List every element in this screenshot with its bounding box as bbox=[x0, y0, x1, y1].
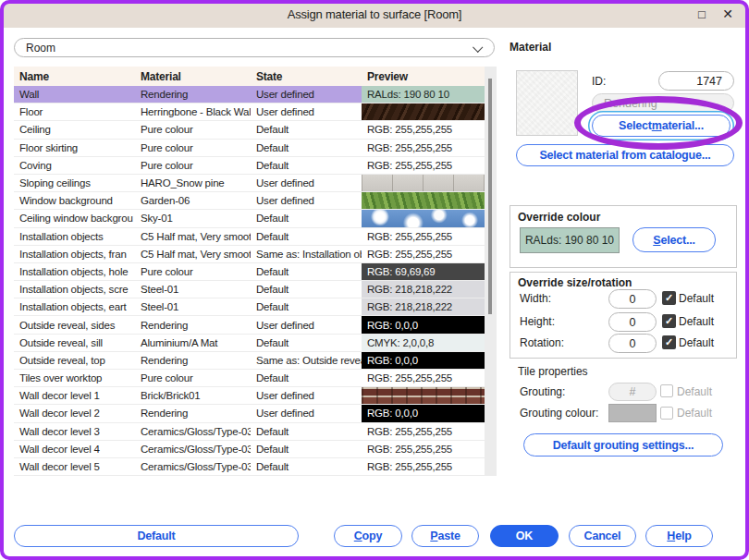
table-row[interactable]: Outside reveal, top Rendering Same as: O… bbox=[14, 352, 497, 370]
table-row[interactable]: Floor skirting Pure colour Default RGB: … bbox=[14, 140, 497, 157]
table-row[interactable]: Wall decor level 3 Ceramics/Gloss/Type-0… bbox=[14, 423, 497, 441]
row-preview: RALds: 190 80 10 bbox=[362, 86, 485, 103]
id-label: ID: bbox=[592, 75, 606, 88]
select-material-from-catalogue-button[interactable]: Select material from catalogue... bbox=[516, 144, 734, 166]
table-row[interactable]: Ceiling Pure colour Default RGB: 255,255… bbox=[14, 121, 497, 139]
table-row[interactable]: Installation objects, scre Steel-01 Defa… bbox=[14, 281, 497, 298]
row-state: Default bbox=[251, 441, 362, 457]
table-row[interactable]: Floor Herringbone - Black Wal User defin… bbox=[14, 103, 497, 121]
row-name: Wall bbox=[14, 86, 135, 103]
grouting-colour-default-checkbox[interactable] bbox=[660, 407, 673, 420]
row-material: C5 Half mat, Very smoot bbox=[135, 228, 251, 245]
height-field[interactable]: 0 bbox=[608, 312, 657, 332]
row-state: Default bbox=[251, 423, 362, 440]
row-state: Default bbox=[251, 370, 362, 386]
paste-button[interactable]: Paste bbox=[411, 525, 479, 547]
height-default-checkbox[interactable]: ✓ bbox=[662, 314, 676, 328]
material-preview-thumbnail bbox=[516, 70, 578, 136]
row-material: Pure colour bbox=[135, 121, 251, 138]
row-name: Installation objects, hole bbox=[14, 263, 135, 280]
table-row[interactable]: Wall decor level 1 Brick/Brick01 User de… bbox=[14, 387, 497, 405]
column-header-material[interactable]: Material bbox=[135, 70, 251, 83]
row-state: Same as: Outside reveal, bbox=[251, 352, 362, 369]
row-material: Rendering bbox=[135, 316, 251, 333]
help-button[interactable]: Help bbox=[645, 525, 713, 547]
grouting-field: # bbox=[608, 383, 657, 401]
width-label: Width: bbox=[520, 292, 551, 305]
row-material: Ceramics/Gloss/Type-03 bbox=[135, 441, 251, 457]
grouting-default-checkbox[interactable] bbox=[660, 384, 673, 397]
table-row[interactable]: Tiles over worktop Pure colour Default R… bbox=[14, 370, 497, 387]
rotation-default-label: Default bbox=[679, 336, 714, 349]
column-header-name[interactable]: Name bbox=[14, 70, 135, 83]
row-name: Wall decor level 3 bbox=[14, 423, 135, 440]
scrollbar-thumb[interactable] bbox=[488, 79, 492, 314]
column-header-state[interactable]: State bbox=[251, 70, 362, 83]
close-icon[interactable]: ✕ bbox=[718, 5, 738, 23]
row-name: Installation objects, eart bbox=[14, 298, 135, 315]
rotation-field[interactable]: 0 bbox=[608, 334, 657, 353]
table-row[interactable]: Outside reveal, sides Rendering User def… bbox=[14, 316, 497, 334]
row-name: Sloping ceilings bbox=[14, 175, 135, 191]
surface-select-dropdown[interactable]: Room bbox=[14, 38, 495, 57]
table-row[interactable]: Installation objects, hole Pure colour D… bbox=[14, 263, 497, 281]
row-preview bbox=[362, 175, 485, 191]
material-table-body: Wall Rendering User defined RALds: 190 8… bbox=[14, 86, 497, 476]
table-row[interactable]: Sloping ceilings HARO_Snow pine User def… bbox=[14, 175, 497, 192]
table-row[interactable]: Wall decor level 2 Rendering User define… bbox=[14, 405, 497, 422]
width-default-checkbox[interactable]: ✓ bbox=[662, 291, 676, 305]
row-name: Wall decor level 5 bbox=[14, 458, 135, 475]
row-name: Outside reveal, sill bbox=[14, 335, 135, 351]
table-row[interactable]: Outside reveal, sill Aluminium/A Mat Def… bbox=[14, 335, 497, 352]
row-preview: RGB: 0,0,0 bbox=[362, 352, 485, 369]
table-scrollbar[interactable] bbox=[485, 67, 497, 476]
material-name-field: Rendering bbox=[592, 93, 734, 113]
table-row[interactable]: Installation objects, eart Steel-01 Defa… bbox=[14, 298, 497, 316]
table-row[interactable]: Wall decor level 5 Ceramics/Gloss/Type-0… bbox=[14, 458, 497, 476]
row-name: Floor bbox=[14, 103, 135, 120]
row-preview: RGB: 69,69,69 bbox=[362, 263, 485, 280]
row-material: HARO_Snow pine bbox=[135, 175, 251, 191]
table-row[interactable]: Window background Garden-06 User defined bbox=[14, 192, 497, 210]
row-name: Outside reveal, top bbox=[14, 352, 135, 369]
copy-button[interactable]: Copy bbox=[334, 525, 402, 547]
row-state: User defined bbox=[251, 405, 362, 421]
row-state: Default bbox=[251, 228, 362, 245]
row-material: Pure colour bbox=[135, 263, 251, 280]
grouting-label: Grouting: bbox=[520, 385, 565, 398]
row-state: User defined bbox=[251, 103, 362, 120]
row-state: Default bbox=[251, 281, 362, 298]
table-row[interactable]: Coving Pure colour Default RGB: 255,255,… bbox=[14, 157, 497, 175]
select-material-button[interactable]: Select material... bbox=[592, 115, 731, 137]
maximize-icon[interactable]: □ bbox=[692, 5, 712, 23]
rotation-default-checkbox[interactable]: ✓ bbox=[662, 335, 676, 349]
row-material: Sky-01 bbox=[135, 210, 251, 226]
dialog-assign-material: Assign material to surface [Room] □ ✕ Ro… bbox=[0, 0, 749, 560]
default-button[interactable]: Default bbox=[14, 525, 299, 547]
grouting-colour-swatch[interactable] bbox=[608, 404, 657, 422]
surface-select-value: Room bbox=[26, 42, 55, 55]
table-row[interactable]: Ceiling window backgrou Sky-01 Default bbox=[14, 210, 497, 227]
default-grouting-settings-button[interactable]: Default grouting settings... bbox=[523, 433, 723, 457]
table-row[interactable]: Wall Rendering User defined RALds: 190 8… bbox=[14, 86, 497, 103]
row-preview: RGB: 255,255,255 bbox=[362, 157, 485, 174]
table-row[interactable]: Installation objects C5 Half mat, Very s… bbox=[14, 228, 497, 246]
column-header-preview[interactable]: Preview bbox=[362, 70, 485, 83]
row-material: Rendering bbox=[135, 86, 251, 103]
width-field[interactable]: 0 bbox=[608, 289, 657, 309]
table-header: Name Material State Preview bbox=[14, 67, 497, 86]
table-row[interactable]: Wall decor level 4 Ceramics/Gloss/Type-0… bbox=[14, 441, 497, 458]
row-name: Wall decor level 4 bbox=[14, 441, 135, 457]
row-name: Installation objects, scre bbox=[14, 281, 135, 298]
material-id-field[interactable]: 1747 bbox=[658, 71, 734, 91]
cancel-button[interactable]: Cancel bbox=[569, 525, 636, 547]
row-material: Rendering bbox=[135, 352, 251, 369]
row-preview bbox=[362, 210, 485, 226]
row-state: Default bbox=[251, 140, 362, 156]
row-material: Ceramics/Gloss/Type-03 bbox=[135, 458, 251, 475]
table-row[interactable]: Installation objects, fran C5 Half mat, … bbox=[14, 246, 497, 263]
ok-button[interactable]: OK bbox=[490, 525, 559, 547]
row-material: Garden-06 bbox=[135, 192, 251, 209]
row-name: Wall decor level 2 bbox=[14, 405, 135, 421]
override-colour-select-button[interactable]: Select... bbox=[632, 227, 716, 252]
